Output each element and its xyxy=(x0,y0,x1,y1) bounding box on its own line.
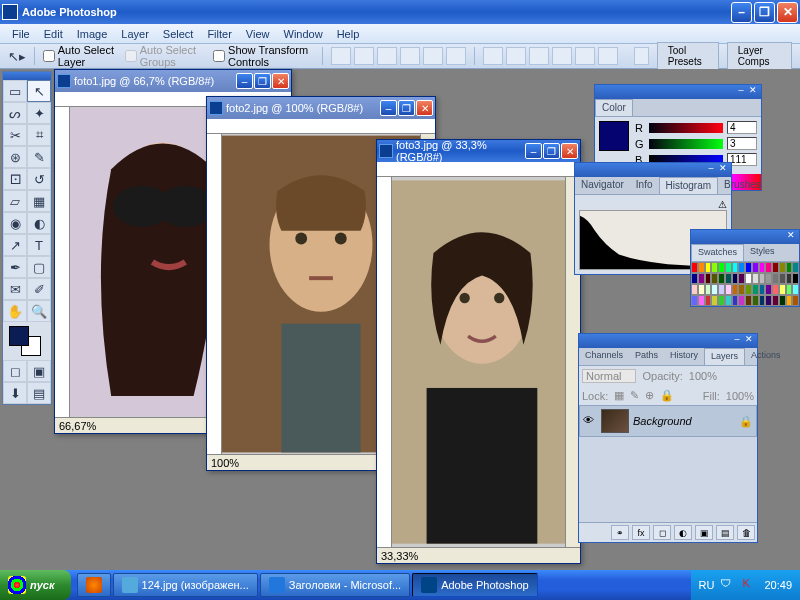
history-tab[interactable]: History xyxy=(664,348,704,365)
swatch-cell[interactable] xyxy=(718,273,725,284)
swatch-cell[interactable] xyxy=(765,262,772,273)
swatch-cell[interactable] xyxy=(792,284,799,295)
slice-tool[interactable]: ⌗ xyxy=(27,124,51,146)
doc3-zoom[interactable]: 33,33% xyxy=(381,550,418,562)
swatch-cell[interactable] xyxy=(711,262,718,273)
r-value[interactable]: 4 xyxy=(727,121,757,134)
swatch-cell[interactable] xyxy=(779,262,786,273)
doc2-titlebar[interactable]: foto2.jpg @ 100% (RGB/8#) – ❐ ✕ xyxy=(207,97,435,119)
swatch-cell[interactable] xyxy=(691,295,698,306)
menu-layer[interactable]: Layer xyxy=(115,26,155,42)
layer-mask-icon[interactable]: ◻ xyxy=(653,525,671,540)
swatch-cell[interactable] xyxy=(786,262,793,273)
doc2-ruler-v[interactable] xyxy=(207,134,222,454)
start-button[interactable]: пуск xyxy=(0,570,71,600)
swatch-cell[interactable] xyxy=(792,295,799,306)
stamp-tool[interactable]: ⚀ xyxy=(3,168,27,190)
doc1-ruler-v[interactable] xyxy=(55,107,70,417)
swatch-cell[interactable] xyxy=(698,295,705,306)
swatch-cell[interactable] xyxy=(752,273,759,284)
lock-transparency-icon[interactable]: ▦ xyxy=(614,389,624,402)
swatch-cell[interactable] xyxy=(765,273,772,284)
swatch-cell[interactable] xyxy=(732,295,739,306)
channels-tab[interactable]: Channels xyxy=(579,348,629,365)
swatch-cell[interactable] xyxy=(772,273,779,284)
layers-tab[interactable]: Layers xyxy=(704,348,745,365)
g-value[interactable]: 3 xyxy=(727,137,757,150)
distribute-top-icon[interactable] xyxy=(483,47,503,65)
swatch-cell[interactable] xyxy=(738,273,745,284)
swatch-cell[interactable] xyxy=(792,262,799,273)
align-right-icon[interactable] xyxy=(446,47,466,65)
lock-position-icon[interactable]: ⊕ xyxy=(645,389,654,402)
layer-style-icon[interactable]: fx xyxy=(632,525,650,540)
swatch-cell[interactable] xyxy=(759,262,766,273)
align-left-icon[interactable] xyxy=(400,47,420,65)
doc2-close[interactable]: ✕ xyxy=(416,100,433,116)
swatch-cell[interactable] xyxy=(738,295,745,306)
menu-help[interactable]: Help xyxy=(331,26,366,42)
color-panel-minimize[interactable]: – xyxy=(735,85,747,96)
dodge-tool[interactable]: ◐ xyxy=(27,212,51,234)
align-top-icon[interactable] xyxy=(331,47,351,65)
tray-shield-icon[interactable]: 🛡 xyxy=(720,577,736,593)
layers-panel-close[interactable]: ✕ xyxy=(743,334,755,345)
swatch-cell[interactable] xyxy=(725,273,732,284)
menu-file[interactable]: File xyxy=(6,26,36,42)
eyedropper-tool[interactable]: ✐ xyxy=(27,278,51,300)
swatch-cell[interactable] xyxy=(786,284,793,295)
toolbox-grip[interactable] xyxy=(3,72,51,80)
swatch-cell[interactable] xyxy=(698,273,705,284)
brush-tool[interactable]: ✎ xyxy=(27,146,51,168)
swatch-cell[interactable] xyxy=(711,273,718,284)
fill-value[interactable]: 100% xyxy=(726,390,754,402)
minimize-button[interactable]: – xyxy=(731,2,752,23)
swatch-cell[interactable] xyxy=(732,262,739,273)
distribute-right-icon[interactable] xyxy=(598,47,618,65)
palette-well-icon[interactable] xyxy=(634,47,649,65)
jump-to-imageready[interactable]: ⬇ xyxy=(3,382,27,404)
doc3-canvas[interactable] xyxy=(392,177,565,547)
swatch-cell[interactable] xyxy=(732,273,739,284)
history-brush-tool[interactable]: ↺ xyxy=(27,168,51,190)
navigator-tab[interactable]: Navigator xyxy=(575,177,630,194)
align-bottom-icon[interactable] xyxy=(377,47,397,65)
swatch-cell[interactable] xyxy=(752,262,759,273)
maximize-button[interactable]: ❐ xyxy=(754,2,775,23)
auto-select-layer-checkbox[interactable]: Auto Select Layer xyxy=(43,44,117,68)
swatch-cell[interactable] xyxy=(745,284,752,295)
menu-image[interactable]: Image xyxy=(71,26,114,42)
eraser-tool[interactable]: ▱ xyxy=(3,190,27,212)
align-vcenter-icon[interactable] xyxy=(354,47,374,65)
swatch-cell[interactable] xyxy=(786,273,793,284)
warning-icon[interactable]: ⚠ xyxy=(579,199,727,210)
wand-tool[interactable]: ✦ xyxy=(27,102,51,124)
swatch-cell[interactable] xyxy=(765,295,772,306)
swatch-cell[interactable] xyxy=(772,295,779,306)
swatch-cell[interactable] xyxy=(779,284,786,295)
swatch-cell[interactable] xyxy=(718,262,725,273)
menu-select[interactable]: Select xyxy=(157,26,200,42)
actions-tab[interactable]: Actions xyxy=(745,348,787,365)
swatch-cell[interactable] xyxy=(759,284,766,295)
swatch-cell[interactable] xyxy=(786,295,793,306)
doc1-zoom[interactable]: 66,67% xyxy=(59,420,96,432)
menu-filter[interactable]: Filter xyxy=(201,26,237,42)
shape-tool[interactable]: ▢ xyxy=(27,256,51,278)
swatch-cell[interactable] xyxy=(765,284,772,295)
gradient-tool[interactable]: ▦ xyxy=(27,190,51,212)
type-tool[interactable]: T xyxy=(27,234,51,256)
layer-row-background[interactable]: 👁 Background 🔒 xyxy=(579,405,757,437)
doc1-minimize[interactable]: – xyxy=(236,73,253,89)
distribute-vcenter-icon[interactable] xyxy=(506,47,526,65)
doc2-minimize[interactable]: – xyxy=(380,100,397,116)
language-indicator[interactable]: RU xyxy=(699,579,715,591)
swatch-cell[interactable] xyxy=(711,295,718,306)
color-tab[interactable]: Color xyxy=(595,99,633,116)
histogram-panel-minimize[interactable]: – xyxy=(705,163,717,174)
doc3-minimize[interactable]: – xyxy=(525,143,542,159)
hand-tool[interactable]: ✋ xyxy=(3,300,27,322)
lock-all-icon[interactable]: 🔒 xyxy=(660,389,674,402)
r-slider[interactable] xyxy=(649,123,723,133)
info-tab[interactable]: Info xyxy=(630,177,659,194)
